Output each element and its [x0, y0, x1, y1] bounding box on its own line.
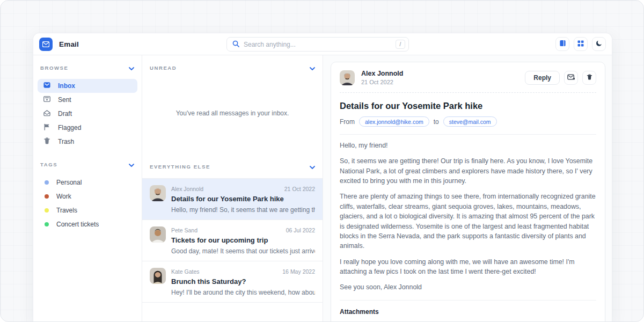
divider	[340, 134, 596, 135]
attachments-label: Attachments	[340, 308, 596, 316]
mail-date: 16 May 2022	[282, 268, 315, 275]
unread-label: UNREAD	[150, 65, 177, 71]
to-email-chip[interactable]: steve@mail.com	[443, 116, 497, 127]
mail-subject: Brunch this Saturday?	[171, 277, 315, 286]
detail-sender-name: Alex Jonnold	[361, 70, 403, 77]
search-shortcut-badge: /	[396, 40, 405, 49]
sidebar-item-label: Flagged	[58, 124, 81, 131]
app-brand: Email	[39, 38, 79, 51]
from-email-chip[interactable]: alex.jonnold@hike.com	[359, 116, 429, 127]
from-label: From	[340, 118, 355, 126]
sidebar-item-label: Draft	[58, 110, 72, 118]
from-to-row: From alex.jonnold@hike.com to steve@mail…	[340, 116, 596, 127]
sidebar-item-flagged[interactable]: Flagged	[38, 121, 137, 135]
unread-empty-message: You've read all messages in your inbox.	[142, 72, 323, 154]
tag-label: Work	[56, 193, 71, 200]
tag-dot-icon	[45, 180, 49, 185]
body-paragraph: Hello, my friend!	[340, 141, 596, 150]
reply-button[interactable]: Reply	[525, 71, 560, 85]
detail-date: 21 Oct 2022	[361, 79, 403, 85]
mail-preview: Hello, my friend! So, it seems that we a…	[171, 206, 315, 214]
browse-label: BROWSE	[40, 65, 68, 71]
sidebar-item-trash[interactable]: Trash	[38, 135, 137, 149]
detail-subject: Details for our Yosemite Park hike	[340, 101, 596, 111]
tag-label: Personal	[56, 179, 82, 186]
sidebar-item-inbox[interactable]: Inbox	[38, 79, 137, 93]
mail-list-item-alex[interactable]: Alex Jonnold 21 Oct 2022 Details for our…	[142, 179, 323, 220]
top-actions	[555, 37, 606, 51]
reading-list-button[interactable]	[555, 37, 569, 51]
sidebar-item-sent[interactable]: Sent	[38, 93, 137, 107]
tag-item-travels[interactable]: Travels	[38, 203, 137, 217]
top-bar: Email Search anything... /	[33, 33, 612, 55]
email-app-window: Email Search anything... /	[33, 33, 612, 322]
mail-sender: Kate Gates	[171, 268, 200, 275]
chevron-down-icon	[129, 159, 134, 169]
mail-sender: Pete Sand	[171, 227, 197, 233]
mail-list-item-pete[interactable]: Pete Sand 06 Jul 2022 Tickets for our up…	[142, 220, 323, 261]
mail-subject: Details for our Yosemite Park hike	[171, 195, 315, 203]
sender-block: Alex Jonnold 21 Oct 2022	[361, 70, 403, 85]
divider	[340, 300, 596, 301]
tag-item-work[interactable]: Work	[38, 189, 137, 203]
tags-section-header[interactable]: TAGS	[38, 159, 137, 169]
sidebar-item-label: Trash	[58, 138, 74, 145]
search-icon	[232, 40, 239, 49]
chevron-down-icon	[310, 162, 315, 171]
body-paragraph: I really hope you love coming along with…	[340, 257, 596, 277]
forward-mail-button[interactable]	[564, 71, 578, 85]
to-label: to	[434, 118, 439, 126]
email-detail-card: Alex Jonnold 21 Oct 2022 Reply	[331, 62, 605, 322]
mail-date: 06 Jul 2022	[286, 227, 315, 233]
email-logo-icon	[39, 38, 53, 51]
tag-dot-icon	[45, 222, 49, 226]
tag-item-concert-tickets[interactable]: Concert tickets	[38, 217, 137, 231]
unread-section-header[interactable]: UNREAD	[142, 55, 323, 72]
mail-item-content: Pete Sand 06 Jul 2022 Tickets for our up…	[171, 226, 315, 255]
search-input[interactable]: Search anything... /	[226, 37, 409, 52]
tag-dot-icon	[45, 208, 49, 213]
apps-grid-button[interactable]	[574, 37, 588, 51]
search-placeholder: Search anything...	[244, 41, 391, 48]
moon-icon	[596, 39, 603, 49]
message-list-column: UNREAD You've read all messages in your …	[142, 55, 323, 322]
avatar	[150, 268, 166, 284]
delete-mail-button[interactable]	[582, 71, 596, 85]
sidebar-item-label: Sent	[58, 96, 71, 104]
sidebar: BROWSE Inbox Sent	[33, 55, 142, 322]
sidebar-item-draft[interactable]: Draft	[38, 107, 137, 121]
trash-icon	[43, 137, 51, 147]
detail-region: Alex Jonnold 21 Oct 2022 Reply	[323, 55, 612, 322]
mail-item-content: Alex Jonnold 21 Oct 2022 Details for our…	[171, 185, 315, 214]
body-paragraph: There are plenty of amazing things to se…	[340, 192, 596, 251]
mail-sender: Alex Jonnold	[171, 186, 203, 192]
tag-label: Concert tickets	[56, 221, 99, 228]
mail-date: 21 Oct 2022	[284, 186, 315, 192]
everything-else-label: EVERYTHING ELSE	[150, 164, 210, 170]
mail-subject: Tickets for our upcoming trip	[171, 236, 315, 244]
body-paragraph: So, it seems we are getting there! Our t…	[340, 156, 596, 186]
mail-list-item-kate[interactable]: Kate Gates 16 May 2022 Brunch this Satur…	[142, 261, 323, 303]
grid-icon	[577, 39, 584, 49]
book-icon	[559, 39, 566, 49]
tags-label: TAGS	[40, 162, 57, 167]
divider	[340, 92, 596, 93]
dark-mode-toggle[interactable]	[592, 37, 606, 51]
tag-label: Travels	[56, 207, 77, 214]
mail-preview: Good day, mate! It seems that our ticket…	[171, 247, 315, 255]
body-paragraph: See you soon, Alex Jonnold	[340, 282, 596, 292]
everything-else-section-header[interactable]: EVERYTHING ELSE	[142, 154, 323, 171]
browse-section-header[interactable]: BROWSE	[38, 63, 137, 72]
mail-preview: Hey! I'll be around the city this weeken…	[171, 289, 315, 296]
detail-actions: Reply	[525, 71, 596, 85]
main-layout: BROWSE Inbox Sent	[33, 55, 612, 322]
trash-icon	[586, 73, 593, 83]
mail-forward-icon	[567, 73, 575, 83]
tag-item-personal[interactable]: Personal	[38, 175, 137, 189]
inbox-icon	[43, 81, 51, 91]
detail-header: Alex Jonnold 21 Oct 2022 Reply	[340, 70, 596, 85]
avatar	[340, 70, 355, 85]
email-body: Hello, my friend! So, it seems we are ge…	[340, 141, 596, 292]
draft-icon	[43, 109, 51, 119]
app-title: Email	[59, 40, 79, 48]
